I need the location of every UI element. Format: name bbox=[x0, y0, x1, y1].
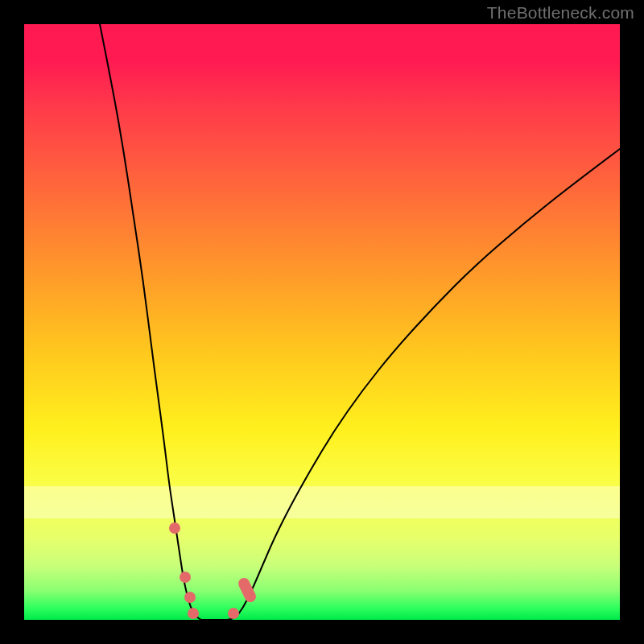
data-point-marker bbox=[188, 608, 199, 619]
data-point-capsule bbox=[237, 576, 258, 605]
data-point-marker bbox=[180, 572, 191, 583]
left-curve bbox=[100, 24, 201, 620]
plot-area bbox=[24, 24, 620, 620]
curve-layer bbox=[24, 24, 620, 620]
data-point-marker bbox=[228, 608, 239, 619]
data-point-marker bbox=[169, 522, 180, 534]
right-curve bbox=[227, 149, 620, 620]
chart-stage: TheBottleneck.com bbox=[0, 0, 644, 644]
watermark-text: TheBottleneck.com bbox=[487, 3, 634, 23]
data-point-marker bbox=[184, 592, 196, 603]
